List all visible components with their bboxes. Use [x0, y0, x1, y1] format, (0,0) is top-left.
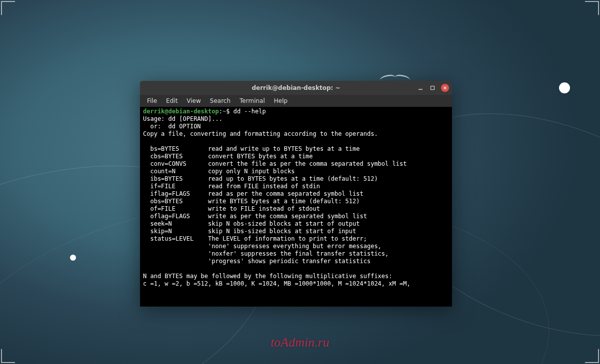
- menu-terminal[interactable]: Terminal: [236, 96, 269, 106]
- maximize-button[interactable]: [429, 84, 436, 91]
- menubar: File Edit View Search Terminal Help: [140, 95, 452, 107]
- menu-help[interactable]: Help: [270, 96, 292, 106]
- minimize-button[interactable]: [417, 84, 424, 91]
- svg-rect-1: [431, 86, 434, 90]
- menu-view[interactable]: View: [182, 96, 204, 106]
- watermark-text: toAdmin.ru: [270, 335, 330, 350]
- prompt-user-host: derrik@debian-desktop: [143, 108, 219, 115]
- command-output: Usage: dd [OPERAND]... or: dd OPTION Cop…: [143, 115, 410, 287]
- minimize-icon: [418, 85, 423, 90]
- command-text: dd --help: [234, 108, 266, 115]
- close-icon: [443, 86, 447, 90]
- menu-search[interactable]: Search: [206, 96, 234, 106]
- menu-file[interactable]: File: [143, 96, 161, 106]
- frame-corner: [585, 1, 599, 15]
- menu-edit[interactable]: Edit: [162, 96, 182, 106]
- frame-corner: [1, 349, 15, 363]
- close-button[interactable]: [441, 84, 449, 92]
- prompt-separator: :: [219, 108, 222, 115]
- maximize-icon: [430, 85, 435, 90]
- window-titlebar[interactable]: derrik@debian-desktop: ~: [140, 81, 452, 95]
- terminal-output-area[interactable]: derrik@debian-desktop:~$ dd --help Usage…: [140, 107, 452, 307]
- window-title: derrik@debian-desktop: ~: [140, 84, 452, 91]
- terminal-window: derrik@debian-desktop: ~ File Edit View …: [140, 81, 452, 307]
- prompt-symbol: $: [226, 108, 230, 115]
- window-controls: [417, 84, 449, 92]
- frame-corner: [1, 1, 15, 15]
- frame-corner: [585, 349, 599, 363]
